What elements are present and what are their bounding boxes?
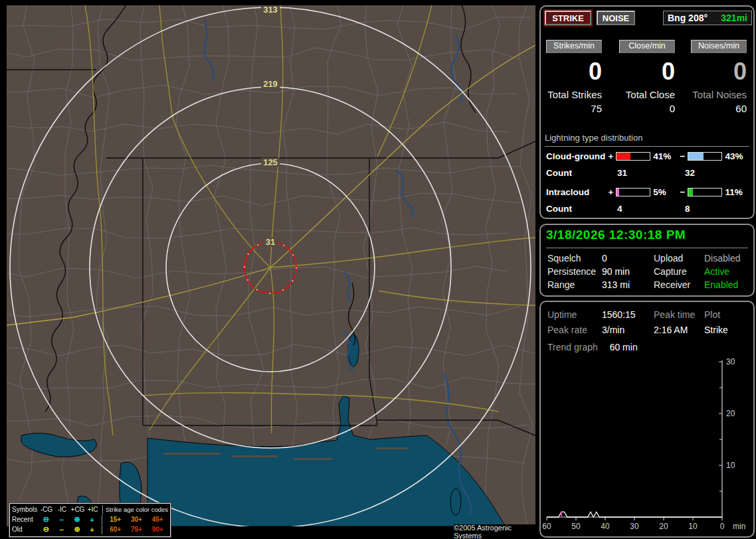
close-per-min-button[interactable]: Close/min — [619, 40, 675, 53]
state-borders — [7, 5, 535, 435]
persistence-label: Persistence — [547, 265, 602, 278]
uptime-grid: Uptime 1560:15 Peak time Plot Peak rate … — [547, 307, 749, 338]
legend-age-code: 60+ — [105, 526, 126, 533]
plot-label: Plot — [704, 307, 749, 323]
plot-value: Strike — [704, 323, 749, 338]
bearing-distance: 321mi — [721, 13, 747, 23]
trend-line — [547, 512, 722, 517]
datetime-display: 3/18/2026 12:30:18 PM — [546, 228, 686, 242]
ring-label-125: 125 — [261, 158, 280, 167]
legend-symbol: − — [54, 526, 69, 534]
cloud-ground-row: Cloud-ground + 41% − 43% — [546, 151, 751, 161]
x-axis-unit-label: min — [733, 522, 745, 531]
total-noises-label: Total Noises — [691, 89, 747, 100]
count-label: Count — [546, 204, 617, 214]
y-tick-label: 30 — [726, 357, 735, 366]
legend-header--cg: -CG — [39, 506, 55, 513]
copyright-text: ©2005 Astrogenic Systems — [454, 524, 537, 539]
legend-age-header: Strike age color codes — [106, 506, 168, 513]
peak-rate-value: 3/min — [602, 323, 654, 338]
count-label: Count — [546, 168, 617, 178]
y-tick-label: 10 — [726, 461, 735, 470]
legend-row-label: Old — [12, 526, 38, 533]
legend-symbol: + — [85, 516, 99, 524]
noise-button[interactable]: NOISE — [597, 11, 635, 25]
strikes-column: Strikes/min 0 Total Strikes 75 — [546, 40, 602, 119]
total-strikes-value: 75 — [546, 103, 602, 114]
x-tick-label: 10 — [688, 522, 698, 531]
legend-header-+cg: +CG — [70, 506, 86, 513]
legend-header-+ic: +IC — [86, 506, 100, 513]
legend-symbol: ⊕ — [69, 525, 85, 534]
capture-status: Active — [704, 265, 749, 278]
noises-per-min-value: 0 — [691, 58, 747, 85]
legend-header--ic: -IC — [54, 506, 70, 513]
close-column: Close/min 0 Total Close 0 — [619, 40, 675, 119]
minus-sign: − — [679, 151, 687, 161]
peak-time-value: 2:16 AM — [654, 323, 704, 338]
legend-symbol: ⊖ — [38, 515, 54, 524]
legend-age-code: 75+ — [126, 526, 147, 533]
legend-symbol: ⊖ — [38, 525, 54, 534]
close-per-min-value: 0 — [619, 58, 675, 85]
cg-negative-pct: 43% — [725, 151, 751, 161]
total-close-value: 0 — [619, 103, 675, 114]
ic-positive-count: 4 — [617, 204, 685, 214]
intracloud-label: Intracloud — [546, 187, 607, 197]
legend-symbol: ⊕ — [69, 515, 85, 524]
capture-label: Capture — [654, 265, 704, 278]
cg-positive-bar — [616, 152, 650, 161]
distribution-title: Lightning type distribution — [545, 133, 749, 147]
water-shapes — [21, 335, 506, 526]
ic-negative-count: 8 — [685, 204, 690, 214]
cg-negative-bar — [688, 152, 722, 161]
ic-positive-bar — [616, 188, 650, 196]
y-tick-label: 20 — [726, 409, 735, 418]
x-tick-label: 20 — [659, 522, 668, 531]
x-tick-label: 0 — [720, 522, 725, 531]
total-close-label: Total Close — [619, 89, 675, 100]
legend-divider — [102, 525, 102, 534]
ring-label-219: 219 — [261, 80, 280, 89]
trend-graph-window: 60 min — [610, 342, 638, 352]
cloud-ground-count-row: Count 31 32 — [546, 168, 695, 178]
bearing-value: Bng 208° — [668, 13, 708, 23]
x-tick-label: 50 — [571, 522, 581, 531]
range-value: 313 mi — [602, 278, 654, 291]
cg-positive-count: 31 — [617, 168, 685, 178]
legend-age-code: 30+ — [126, 516, 147, 523]
legend-divider — [102, 505, 103, 514]
legend-header-symbols: Symbols — [12, 506, 39, 513]
legend-symbol: + — [85, 526, 99, 534]
legend-row-label: Recent — [12, 516, 38, 523]
strikes-per-min-button[interactable]: Strikes/min — [546, 40, 602, 53]
persistence-value: 90 min — [602, 265, 654, 278]
upload-label: Upload — [654, 252, 704, 265]
receiver-label: Receiver — [654, 278, 704, 291]
plus-sign: + — [607, 187, 615, 197]
strike-button[interactable]: STRIKE — [545, 11, 591, 25]
bearing-display: Bng 208° 321mi — [663, 11, 752, 25]
legend-age-code: 90+ — [147, 526, 168, 533]
legend-symbol: − — [54, 516, 69, 524]
plus-sign: + — [607, 151, 615, 161]
noises-column: Noises/min 0 Total Noises 60 — [691, 40, 747, 119]
cg-negative-count: 32 — [685, 168, 695, 178]
legend-divider — [102, 515, 102, 524]
ic-negative-bar — [688, 188, 722, 196]
peak-time-label: Peak time — [654, 307, 704, 323]
noises-per-min-button[interactable]: Noises/min — [691, 40, 747, 53]
separator — [546, 248, 748, 248]
status-panel: 3/18/2026 12:30:18 PM Squelch 0 Upload D… — [539, 224, 755, 297]
map-symbol-legend: Symbols-CG-IC+CG+ICStrike age color code… — [9, 503, 171, 537]
uptime-value: 1560:15 — [602, 307, 654, 323]
x-tick-label: 30 — [630, 522, 639, 531]
strike-counters-panel: STRIKE NOISE Bng 208° 321mi Strikes/min … — [539, 5, 755, 219]
ring-label-313: 313 — [261, 5, 280, 15]
uptime-label: Uptime — [547, 307, 602, 323]
map-canvas[interactable]: 313 219 125 31 — [7, 5, 535, 526]
trend-graph: 1020306050403020100min — [542, 356, 753, 536]
upload-status: Disabled — [704, 252, 749, 265]
squelch-value: 0 — [602, 252, 654, 265]
strikes-per-min-value: 0 — [546, 58, 602, 85]
